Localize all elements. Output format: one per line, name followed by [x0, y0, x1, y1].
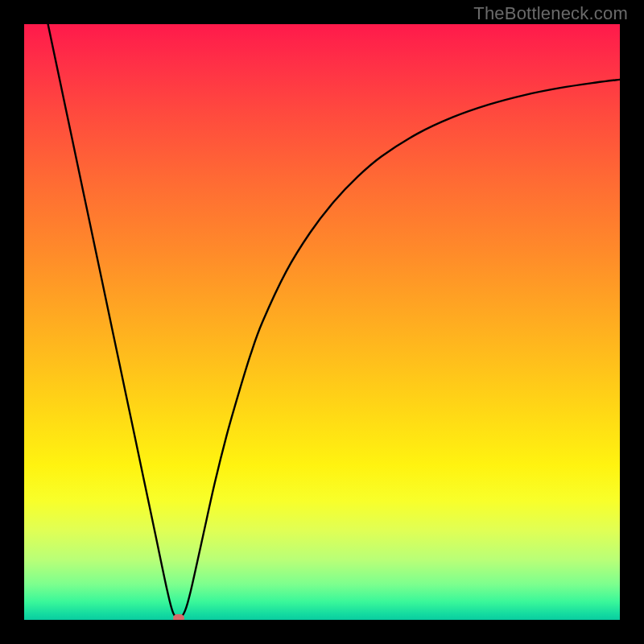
- bottleneck-curve: [24, 24, 620, 620]
- curve-path: [48, 24, 620, 618]
- minimum-marker: [173, 614, 184, 620]
- chart-frame: TheBottleneck.com: [0, 0, 644, 644]
- watermark-text: TheBottleneck.com: [473, 3, 628, 24]
- plot-area: [24, 24, 620, 620]
